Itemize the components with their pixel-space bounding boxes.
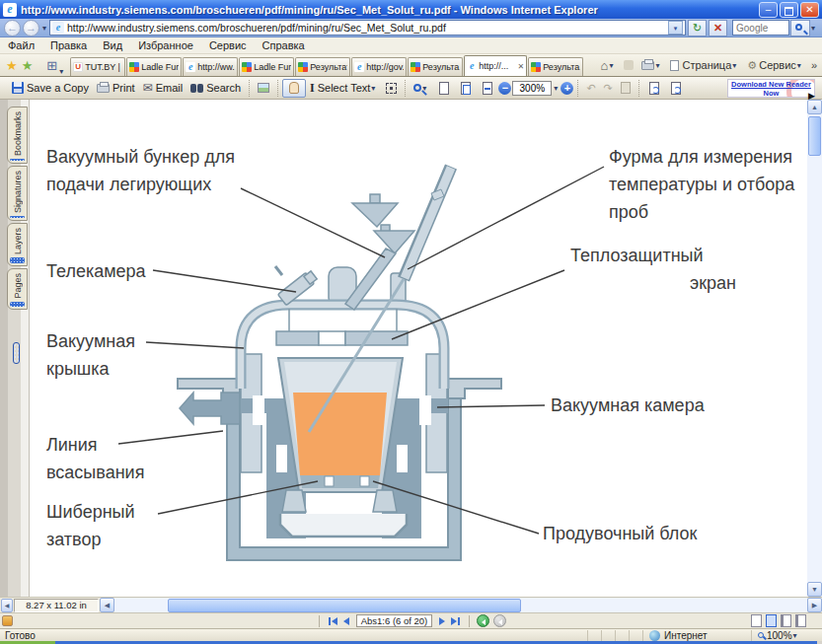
download-reader-link-line2[interactable]: Now: [728, 89, 814, 98]
tab-active-pdf[interactable]: ehttp://...✕: [464, 55, 527, 76]
menu-favorites[interactable]: Избранное: [130, 38, 201, 52]
search-input[interactable]: [733, 23, 788, 34]
print-button-pdf[interactable]: Print: [93, 80, 139, 96]
browser-zoom-control[interactable]: 100% ▾: [751, 630, 822, 641]
hscroll-right-button[interactable]: ▶: [807, 598, 822, 612]
rotate-left-button[interactable]: [643, 80, 665, 97]
tab-http-1[interactable]: ehttp://ww...: [183, 57, 238, 76]
actual-size-button[interactable]: [433, 80, 455, 97]
previous-view-button-green[interactable]: [477, 614, 489, 627]
quick-tabs-icon[interactable]: ⊞: [46, 57, 57, 75]
facing-layout-icon[interactable]: [795, 614, 806, 627]
fit-page-button[interactable]: [455, 80, 477, 97]
zoom-in-button[interactable]: +: [560, 82, 573, 95]
zoom-caret-icon[interactable]: ▾: [793, 631, 797, 640]
zoom-magnifier-icon: [758, 632, 764, 638]
vertical-scroll-thumb[interactable]: [808, 116, 821, 156]
menu-edit[interactable]: Правка: [42, 38, 95, 52]
scroll-up-button[interactable]: ▲: [807, 100, 822, 114]
more-commands-icon[interactable]: »: [808, 59, 820, 71]
continuous-layout-icon[interactable]: [766, 614, 777, 627]
url-dropdown-button[interactable]: ▾: [668, 21, 683, 35]
email-button[interactable]: ✉Email: [139, 80, 187, 96]
label-slide-gate: Шиберныйзатвор: [46, 498, 135, 553]
picture-tasks-button[interactable]: [254, 81, 273, 95]
zoom-level-box[interactable]: 300%: [512, 81, 552, 96]
ie-favicon-icon: e: [354, 62, 364, 72]
tab-http-gov[interactable]: ehttp://gov...: [351, 57, 407, 76]
refresh-button[interactable]: ↻: [688, 20, 707, 36]
page-size-arrow-icon[interactable]: ◀: [1, 599, 13, 612]
previous-view-button[interactable]: ↶: [582, 80, 599, 97]
menu-view[interactable]: Вид: [95, 38, 130, 52]
feeds-button[interactable]: [620, 59, 637, 71]
next-view-button-gray[interactable]: [493, 614, 506, 627]
tab-results-1[interactable]: Результат...: [295, 57, 350, 76]
previous-page-button[interactable]: [340, 617, 352, 625]
tab-ladle-furnace-1[interactable]: Ladle Furn...: [126, 57, 182, 76]
horizontal-scrollbar[interactable]: [114, 598, 807, 613]
sidebar-tab-layers[interactable]: Layers: [7, 223, 28, 266]
restore-button[interactable]: [780, 2, 798, 18]
minimize-button[interactable]: –: [759, 2, 778, 18]
fit-width-icon: [483, 82, 492, 95]
security-zone: Интернет: [642, 630, 751, 641]
download-reader-banner[interactable]: Download New Reader Now: [727, 79, 815, 98]
tab-close-icon[interactable]: ✕: [517, 62, 525, 71]
url-input[interactable]: [67, 22, 668, 34]
next-page-button[interactable]: [436, 617, 448, 625]
rotate-right-button[interactable]: [665, 80, 687, 97]
favorites-center-icon[interactable]: ★: [6, 58, 18, 73]
zoom-dropdown-icon[interactable]: ▾: [554, 84, 558, 93]
tab-ladle-furnace-2[interactable]: Ladle Furn...: [239, 57, 294, 76]
continuous-facing-layout-icon[interactable]: [781, 614, 791, 627]
page-indicator[interactable]: Abs1:6 (6 of 20): [356, 614, 433, 627]
hand-tool-button[interactable]: [282, 79, 306, 98]
fit-width-button[interactable]: [477, 80, 498, 97]
page-menu-button[interactable]: Страница▾: [666, 58, 743, 72]
tab-results-3[interactable]: Результа...: [528, 57, 583, 76]
hscroll-left-button[interactable]: ◀: [100, 598, 114, 612]
save-a-copy-button[interactable]: Save a Copy: [8, 80, 93, 96]
single-page-layout-icon[interactable]: [751, 614, 762, 627]
copy-button[interactable]: [617, 80, 635, 96]
horizontal-scroll-thumb[interactable]: [168, 599, 521, 612]
howto-icon[interactable]: [2, 615, 13, 626]
add-favorite-icon[interactable]: ★: [22, 58, 34, 73]
pdf-hscroll-row: ◀ 8.27 x 11.02 in ◀ ▶: [0, 597, 822, 612]
print-button[interactable]: ▾: [637, 60, 666, 71]
menu-tools[interactable]: Сервис: [201, 38, 255, 52]
first-page-button[interactable]: [325, 617, 340, 625]
back-button[interactable]: ←: [4, 20, 21, 36]
tab-list-dropdown-icon[interactable]: ▾: [59, 67, 63, 76]
sidebar-tab-pages[interactable]: Pages: [7, 268, 28, 310]
pane-splitter-handle[interactable]: [13, 342, 20, 364]
next-view-button[interactable]: ↷: [600, 80, 617, 97]
download-reader-link[interactable]: Download New Reader: [728, 80, 814, 89]
search-options-icon[interactable]: ▾: [811, 24, 815, 33]
zoom-out-button[interactable]: −: [498, 82, 511, 95]
home-button[interactable]: ⌂▾: [597, 57, 621, 74]
sidebar-tab-signatures[interactable]: Signatures: [7, 166, 28, 221]
zoom-tool-button[interactable]: ▾: [410, 82, 433, 95]
history-dropdown-icon[interactable]: ▾: [42, 24, 46, 33]
snapshot-tool-button[interactable]: [382, 81, 401, 96]
tab-tutby[interactable]: UTUT.BY | Н...: [70, 57, 125, 76]
search-go-button[interactable]: [790, 20, 810, 36]
last-page-button[interactable]: [448, 617, 464, 625]
menu-file[interactable]: Файл: [0, 38, 42, 52]
molten-steel: [293, 393, 387, 475]
search-button-pdf[interactable]: Search: [187, 80, 245, 96]
vertical-scrollbar[interactable]: ▲ ▼: [807, 100, 822, 597]
select-text-button[interactable]: ISelect Text▾: [306, 79, 382, 98]
tab-grip: [10, 257, 25, 263]
scroll-down-button[interactable]: ▼: [807, 582, 822, 597]
forward-button[interactable]: →: [23, 20, 39, 36]
tab-grip: [10, 159, 25, 161]
tab-results-2[interactable]: Результа...: [408, 57, 463, 76]
close-button[interactable]: ✕: [800, 2, 819, 18]
sidebar-tab-bookmarks[interactable]: Bookmarks: [7, 107, 28, 164]
menu-help[interactable]: Справка: [255, 38, 313, 52]
stop-button[interactable]: ✕: [709, 20, 727, 36]
tools-menu-button[interactable]: ⚙Сервис▾: [743, 58, 808, 73]
